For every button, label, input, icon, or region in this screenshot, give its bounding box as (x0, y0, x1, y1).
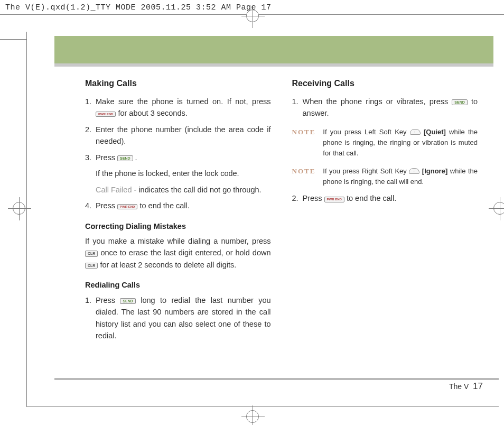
end-key-icon: PWR END (117, 204, 137, 209)
registration-mark-icon (13, 202, 25, 215)
right-soft-key-icon (409, 168, 419, 174)
call-failed-label: Call Failed (96, 186, 132, 194)
crop-line (0, 39, 26, 40)
text: . (135, 153, 137, 162)
step-number: 2. (292, 192, 303, 204)
send-key-icon: SEND (452, 99, 467, 105)
note-label: NOTE (292, 127, 316, 159)
text: for at least 2 seconds to delete all dig… (100, 261, 236, 269)
note-ignore: NOTE If you press Right Soft Key [Ignore… (292, 166, 478, 187)
step-text: Enter the phone number (include the area… (96, 124, 271, 147)
end-key-icon: PWR END (96, 112, 116, 117)
heading-receiving-calls: Receiving Calls (292, 77, 478, 90)
note-label: NOTE (292, 166, 316, 187)
step-number: 2. (85, 124, 96, 147)
note-quiet: NOTE If you press Left Soft Key [Quiet] … (292, 127, 478, 159)
text: for about 3 seconds. (118, 109, 187, 117)
quiet-label: [Quiet] (424, 128, 449, 136)
step-text: Make sure the phone is turned on. If not… (96, 96, 271, 119)
left-soft-key-icon (410, 129, 421, 135)
lock-note: If the phone is locked, enter the lock c… (85, 168, 271, 179)
clr-key-icon: CLR (85, 263, 98, 269)
text: If you press Right Soft Key (323, 167, 409, 175)
text: to end the call. (347, 194, 396, 202)
call-failed-note: Call Failed - indicates the call did not… (85, 184, 271, 196)
send-key-icon: SEND (117, 155, 133, 161)
registration-mark-icon (246, 410, 259, 423)
footer-label: The V (449, 382, 469, 391)
content-columns: Making Calls 1. Make sure the phone is t… (85, 77, 478, 372)
text: to end the call. (139, 201, 189, 210)
step-number: 4. (85, 200, 96, 211)
heading-making-calls: Making Calls (85, 77, 271, 90)
step-number: 1. (292, 96, 303, 119)
step-text: When the phone rings or vibrates, press … (303, 96, 478, 119)
text: Press (96, 296, 120, 304)
step-text: Press SEND . (96, 152, 271, 163)
text: When the phone rings or vibrates, press (303, 97, 452, 106)
ignore-label: [Ignore] (422, 167, 450, 175)
page-number: 17 (473, 381, 483, 391)
step-1: 1. Make sure the phone is turned on. If … (85, 96, 271, 119)
text: Press (303, 194, 324, 202)
text: Make sure the phone is turned on. If not… (96, 97, 271, 106)
correcting-text: If you make a mistake while dialing a nu… (85, 235, 271, 271)
subheading-redialing: Redialing Calls (85, 279, 271, 291)
recv-step-1: 1. When the phone rings or vibrates, pre… (292, 96, 478, 119)
recv-step-2: 2. Press PWR END to end the call. (292, 192, 478, 204)
step-number: 1. (85, 96, 96, 119)
footer-gray-rule (54, 378, 499, 380)
step-2: 2. Enter the phone number (include the a… (85, 124, 271, 147)
text: Press (96, 153, 117, 162)
step-text: Press PWR END to end the call. (303, 192, 478, 204)
page-footer: The V 17 (449, 381, 483, 392)
step-number: 3. (85, 152, 96, 163)
left-column: Making Calls 1. Make sure the phone is t… (85, 77, 271, 372)
subheading-correcting: Correcting Dialing Mistakes (85, 220, 271, 232)
header-green-bar (54, 36, 493, 63)
text: If you press Left Soft Key (323, 128, 409, 136)
note-text: If you press Right Soft Key [Ignore] whi… (323, 166, 478, 187)
text: once to erase the last digit entered, or… (100, 248, 270, 257)
clr-key-icon: CLR (85, 251, 98, 256)
note-text: If you press Left Soft Key [Quiet] while… (323, 127, 478, 159)
step-text: Press PWR END to end the call. (96, 200, 271, 211)
redial-step-1: 1. Press SEND long to redial the last nu… (85, 294, 271, 342)
page-frame: Making Calls 1. Make sure the phone is t… (26, 32, 499, 407)
registration-mark-icon (246, 10, 259, 22)
text: If you make a mistake while dialing a nu… (85, 237, 271, 245)
step-3: 3. Press SEND . (85, 152, 271, 163)
text: Press (96, 201, 117, 210)
send-key-icon: SEND (120, 298, 135, 304)
crop-line (499, 208, 504, 209)
step-text: Press SEND long to redial the last numbe… (96, 294, 271, 342)
header-gray-rule (54, 63, 493, 67)
right-column: Receiving Calls 1. When the phone rings … (292, 77, 478, 372)
step-4: 4. Press PWR END to end the call. (85, 200, 271, 211)
end-key-icon: PWR END (324, 197, 344, 202)
text: - indicates the call did not go through. (132, 186, 262, 194)
step-number: 1. (85, 294, 96, 342)
